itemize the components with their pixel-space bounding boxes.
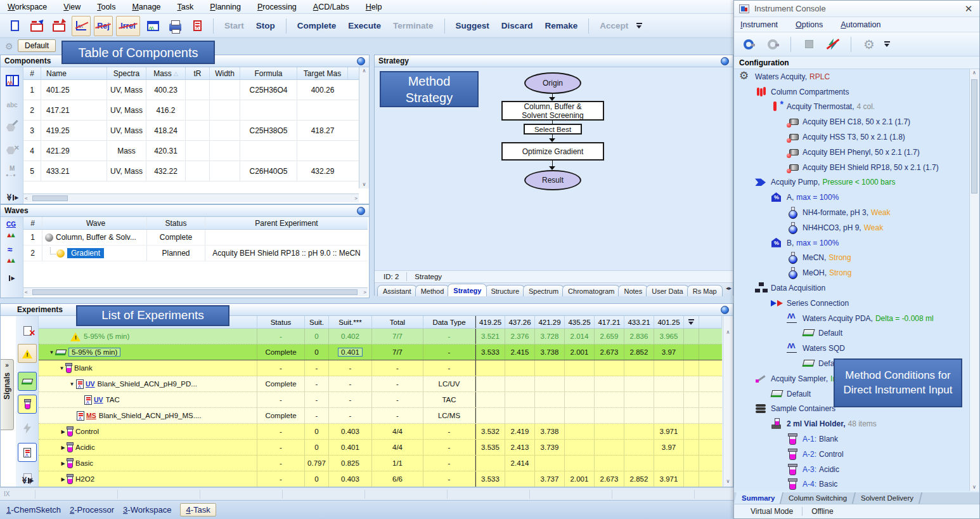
toolbar-overflow-icon[interactable] bbox=[884, 41, 891, 48]
tab-column-switching[interactable]: Column Switching bbox=[781, 492, 856, 504]
tree-item-vial[interactable]: A-4:Basic bbox=[735, 477, 969, 491]
taskbar-workspace[interactable]: 3-Workspace bbox=[123, 505, 171, 515]
collapse-arrow-icon[interactable] bbox=[48, 350, 56, 355]
flow-node-origin[interactable]: Origin bbox=[524, 72, 581, 94]
remake-button[interactable]: Remake bbox=[540, 21, 582, 30]
abort-button[interactable] bbox=[823, 34, 842, 55]
table-row[interactable]: 3419.25UV, Mass418.24C25H38O5418.27 bbox=[23, 121, 359, 141]
col-wave[interactable]: Wave bbox=[42, 217, 147, 229]
menu-manage[interactable]: Manage bbox=[132, 3, 160, 11]
table-row[interactable]: 4421.29Mass420.31 bbox=[23, 141, 359, 161]
menu-automation[interactable]: Automation bbox=[841, 20, 880, 29]
table-row[interactable]: 2417.21UV, Mass416.2 bbox=[23, 100, 359, 121]
start-button[interactable]: Start bbox=[220, 21, 248, 30]
tree-item-data-acquisition[interactable]: Data Acquisition bbox=[735, 280, 969, 296]
show-methods-toggle[interactable] bbox=[18, 372, 37, 391]
menu-view[interactable]: View bbox=[63, 3, 81, 11]
tree-item-series-connection[interactable]: Series Connection bbox=[735, 296, 969, 311]
signals-side-tab[interactable]: » Signals bbox=[1, 359, 14, 430]
edit-structure-button[interactable] bbox=[3, 118, 22, 137]
disconnect-button[interactable] bbox=[763, 34, 782, 55]
components-hscrollbar[interactable]: < > bbox=[23, 194, 359, 202]
menu-acdlabs[interactable]: ACD/Labs bbox=[313, 3, 349, 11]
menu-help[interactable]: Help bbox=[366, 3, 382, 11]
default-profile-button[interactable]: Default bbox=[18, 39, 56, 52]
experiment-row[interactable]: H2O2 -00.4036/6-3.5333.7372.0012.6732.85… bbox=[39, 471, 722, 487]
waves-hscrollbar[interactable]: < > bbox=[23, 287, 368, 296]
col-401[interactable]: 401.25 bbox=[654, 316, 684, 328]
menu-tools[interactable]: Tools bbox=[97, 3, 115, 11]
tab-spectrum[interactable]: Spectrum bbox=[523, 285, 564, 296]
experiment-row[interactable]: Blank ----- bbox=[39, 360, 722, 376]
signals-toggle[interactable] bbox=[18, 419, 37, 438]
tab-solvent-delivery[interactable]: Solvent Delivery bbox=[853, 492, 923, 504]
console-settings-button[interactable] bbox=[860, 34, 879, 55]
col-total[interactable]: Total bbox=[372, 316, 423, 328]
flow-node-optimize-gradient[interactable]: Optimize Gradient bbox=[501, 142, 604, 161]
hide-irrelevant-toggle[interactable]: Irrel bbox=[116, 16, 140, 36]
tree-item-column[interactable]: Acquity BEH Shield RP18, 50 x 2.1 (1.7) bbox=[735, 160, 969, 175]
col-parent-experiment[interactable]: Parent Experiment bbox=[205, 217, 368, 229]
console-titlebar[interactable]: Instrument Console ✕ bbox=[734, 1, 979, 17]
add-gradient-wave-button[interactable] bbox=[3, 245, 22, 264]
col-name[interactable]: Name bbox=[41, 67, 107, 79]
tab-chromatogram[interactable]: Chromatogram bbox=[562, 285, 620, 296]
col-421[interactable]: 421.29 bbox=[535, 316, 565, 328]
flow-node-screening[interactable]: Column, Buffer & Solvent Screening bbox=[501, 101, 604, 121]
tree-item-sqd-detector[interactable]: Waters SQD bbox=[735, 341, 969, 356]
col-width[interactable]: Width bbox=[210, 67, 240, 79]
col-433[interactable]: 433.21 bbox=[624, 316, 654, 328]
table-row[interactable]: 5433.21UV, Mass432.22C26H40O5432.29 bbox=[23, 161, 359, 181]
tree-item-vial[interactable]: A-3:Acidic bbox=[735, 462, 969, 477]
globe-icon[interactable] bbox=[357, 57, 365, 65]
console-vscrollbar[interactable]: ∧ ∨ bbox=[969, 69, 979, 491]
suggest-button[interactable]: Suggest bbox=[451, 21, 494, 30]
experiment-row[interactable]: UVBlank_Shield_ACN_pH9_PD... Complete---… bbox=[39, 376, 722, 392]
col-tr[interactable]: tR bbox=[186, 67, 210, 79]
components-table-button[interactable] bbox=[3, 71, 22, 90]
col-417[interactable]: 417.21 bbox=[595, 316, 624, 328]
show-samples-toggle[interactable] bbox=[18, 395, 37, 414]
tree-item-vial[interactable]: A-2:Control bbox=[735, 447, 969, 462]
accept-dropdown-icon[interactable] bbox=[636, 22, 643, 29]
tree-item-thermostat[interactable]: Acquity Thermostat,4 col. bbox=[735, 100, 969, 115]
tree-item-pda-detector[interactable]: Waters Acquity PDA,Delta = -0.008 ml bbox=[735, 311, 969, 326]
complete-button[interactable]: Complete bbox=[293, 21, 341, 30]
experiments-vscrollbar[interactable]: ∧ ∨ bbox=[723, 316, 733, 487]
col-mass[interactable]: Mass bbox=[146, 67, 186, 79]
menu-options[interactable]: Options bbox=[796, 20, 823, 29]
flow-node-select-best[interactable]: Select Best bbox=[524, 124, 582, 135]
col-suit-stars[interactable]: Suit.*** bbox=[329, 316, 372, 328]
hide-rejected-toggle[interactable]: Rej bbox=[94, 16, 113, 36]
tab-strategy[interactable]: Strategy bbox=[448, 284, 487, 296]
stop-run-button[interactable] bbox=[799, 34, 818, 55]
col-spectra[interactable]: Spectra bbox=[107, 67, 146, 79]
col-data-type[interactable]: Data Type bbox=[423, 316, 475, 328]
tab-user-data[interactable]: User Data bbox=[646, 285, 689, 296]
add-cg-wave-button[interactable] bbox=[3, 220, 22, 239]
tree-item-column-compartments[interactable]: Column Compartments bbox=[735, 84, 969, 100]
discard-button[interactable]: Discard bbox=[497, 21, 538, 30]
menu-processing[interactable]: Processing bbox=[257, 3, 297, 11]
close-icon[interactable]: ✕ bbox=[963, 3, 974, 15]
tree-item-pump[interactable]: Acquity Pump,Pressure < 1000 bars bbox=[735, 175, 969, 190]
tree-item-solvent[interactable]: MeOH,Strong bbox=[735, 265, 969, 280]
col-435[interactable]: 435.25 bbox=[565, 316, 595, 328]
collapse-panel-button[interactable] bbox=[3, 192, 22, 202]
tree-item-method-default[interactable]: Default bbox=[735, 326, 969, 341]
tree-item-solvent[interactable]: NH4-formate, pH 3,Weak bbox=[735, 205, 969, 220]
tree-item-column[interactable]: Acquity BEH Phenyl, 50 x 2.1 (1.7) bbox=[735, 145, 969, 160]
experiment-row[interactable]: 5-95% (5 min) -00.4027/7-3.5212.3763.728… bbox=[39, 329, 722, 345]
tree-item-column[interactable]: Acquity HSS T3, 50 x 2.1 (1.8) bbox=[735, 129, 969, 145]
components-vscrollbar[interactable]: ∧ ∨ bbox=[359, 67, 369, 188]
tree-item-channel-a[interactable]: A,max = 100% bbox=[735, 190, 969, 205]
tab-assistant[interactable]: Assistant bbox=[377, 285, 417, 296]
globe-icon[interactable] bbox=[357, 207, 365, 215]
menu-planning[interactable]: Planning bbox=[210, 3, 241, 11]
tree-item-vial-holder[interactable]: 2 ml Vial Holder,48 items bbox=[735, 416, 969, 431]
col-target-mass[interactable]: Target Mas bbox=[297, 67, 348, 79]
col-num[interactable]: # bbox=[23, 67, 41, 79]
col-num[interactable]: # bbox=[23, 217, 42, 229]
experiment-row[interactable]: Control -00.4034/4-3.5322.4193.7383.971 bbox=[39, 424, 722, 440]
accept-button[interactable]: Accept bbox=[595, 21, 633, 30]
